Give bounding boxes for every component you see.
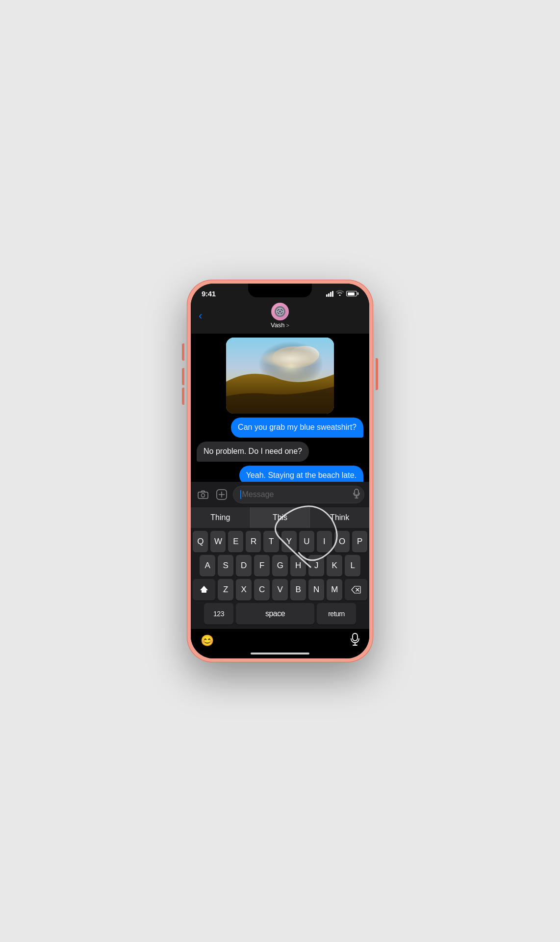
contact-name[interactable]: Vash >	[271, 321, 289, 329]
svg-point-12	[202, 494, 205, 497]
key-space[interactable]: space	[236, 603, 314, 625]
phone-device: 9:41 ‹	[187, 280, 373, 662]
appstore-button[interactable]	[214, 487, 229, 502]
key-p[interactable]: P	[352, 531, 367, 552]
autocomplete-bar: Thing This Think	[191, 507, 369, 528]
key-l[interactable]: L	[345, 555, 360, 576]
input-bar: Message	[191, 482, 369, 507]
wifi-icon	[336, 290, 344, 297]
key-b[interactable]: B	[290, 579, 306, 601]
key-k[interactable]: K	[327, 555, 342, 576]
signal-icon	[326, 291, 333, 297]
avatar-icon	[275, 306, 285, 317]
key-m[interactable]: M	[327, 579, 342, 601]
svg-rect-16	[355, 489, 358, 495]
key-w[interactable]: W	[210, 531, 226, 552]
key-123[interactable]: 123	[204, 603, 233, 625]
key-d[interactable]: D	[236, 555, 252, 576]
key-return[interactable]: return	[317, 603, 356, 625]
mic-button-inner[interactable]	[353, 489, 360, 500]
key-y[interactable]: Y	[281, 531, 297, 552]
key-g[interactable]: G	[272, 555, 288, 576]
key-n[interactable]: N	[308, 579, 324, 601]
svg-marker-20	[200, 586, 208, 590]
mic-button-bottom[interactable]	[351, 633, 359, 649]
key-i[interactable]: I	[317, 531, 332, 552]
svg-rect-23	[353, 633, 357, 641]
key-h[interactable]: H	[290, 555, 306, 576]
camera-button[interactable]	[196, 487, 210, 502]
status-icons	[326, 290, 358, 297]
nav-bar: ‹	[191, 300, 369, 334]
svg-rect-19	[202, 590, 206, 593]
contact-chevron: >	[286, 322, 289, 328]
status-time: 9:41	[202, 289, 216, 298]
key-delete[interactable]	[345, 579, 367, 601]
key-z[interactable]: Z	[218, 579, 233, 601]
autocomplete-item-think[interactable]: Think	[310, 507, 369, 528]
home-indicator	[191, 651, 369, 658]
keyboard: Q W E R T Y U I O P A S D F G H J K	[191, 528, 369, 629]
key-x[interactable]: X	[236, 579, 252, 601]
key-s[interactable]: S	[218, 555, 233, 576]
avatar	[271, 303, 289, 320]
battery-icon	[346, 291, 358, 296]
key-shift[interactable]	[193, 579, 215, 601]
contact-info[interactable]: Vash >	[239, 303, 321, 329]
key-q[interactable]: Q	[193, 531, 208, 552]
keyboard-row-3: Z X C V B N M	[193, 579, 367, 601]
key-f[interactable]: F	[254, 555, 270, 576]
phone-screen: 9:41 ‹	[191, 284, 369, 658]
key-u[interactable]: U	[299, 531, 314, 552]
key-v[interactable]: V	[272, 579, 288, 601]
home-indicator-bar	[251, 653, 309, 654]
key-t[interactable]: T	[263, 531, 279, 552]
emoji-button[interactable]: 😊	[201, 634, 214, 647]
landscape-photo	[226, 338, 334, 414]
autocomplete-item-thing[interactable]: Thing	[191, 507, 251, 528]
back-button[interactable]: ‹	[199, 310, 239, 322]
svg-rect-11	[198, 492, 208, 498]
key-o[interactable]: O	[334, 531, 350, 552]
notch	[248, 284, 312, 297]
svg-point-9	[273, 352, 297, 367]
bottom-bar: 😊	[191, 629, 369, 651]
key-j[interactable]: J	[308, 555, 324, 576]
key-e[interactable]: E	[228, 531, 243, 552]
text-cursor	[240, 490, 241, 499]
message-input[interactable]: Message	[233, 486, 364, 503]
received-message-1: No problem. Do I need one?	[197, 442, 309, 462]
key-a[interactable]: A	[200, 555, 215, 576]
photo-message[interactable]	[226, 338, 334, 414]
autocomplete-item-this[interactable]: This	[251, 507, 310, 528]
key-r[interactable]: R	[246, 531, 261, 552]
keyboard-row-4: 123 space return	[193, 603, 367, 625]
keyboard-row-1: Q W E R T Y U I O P	[193, 531, 367, 552]
keyboard-row-2: A S D F G H J K L	[193, 555, 367, 576]
messages-area[interactable]: Can you grab my blue sweatshirt? No prob…	[191, 334, 369, 482]
sent-message-1: Can you grab my blue sweatshirt?	[231, 418, 363, 438]
input-placeholder: Message	[242, 490, 274, 499]
key-c[interactable]: C	[254, 579, 270, 601]
sent-message-2: Yeah. Staying at the beach late.	[239, 466, 363, 482]
